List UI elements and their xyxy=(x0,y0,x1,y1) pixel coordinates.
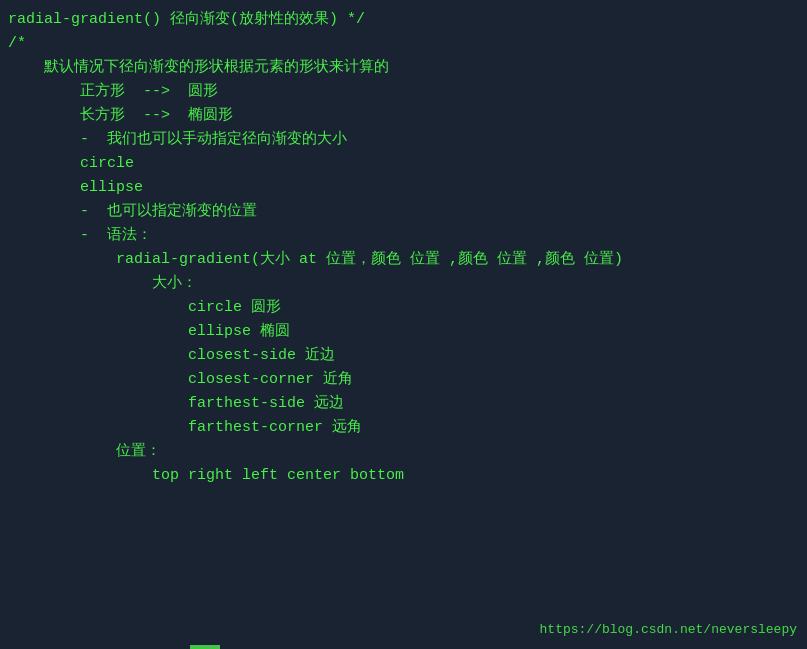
code-line: 长方形 --> 椭圆形 xyxy=(8,104,807,128)
code-line: ellipse xyxy=(8,176,807,200)
code-line: farthest-corner 远角 xyxy=(8,416,807,440)
code-line: - 语法： xyxy=(8,224,807,248)
watermark: https://blog.csdn.net/neversleepy xyxy=(540,622,797,637)
code-line: closest-corner 近角 xyxy=(8,368,807,392)
code-line: 大小： xyxy=(8,272,807,296)
code-line: - 我们也可以手动指定径向渐变的大小 xyxy=(8,128,807,152)
code-line: 默认情况下径向渐变的形状根据元素的形状来计算的 xyxy=(8,56,807,80)
code-line: radial-gradient(大小 at 位置，颜色 位置 ,颜色 位置 ,颜… xyxy=(8,248,807,272)
code-line: /* xyxy=(8,32,807,56)
code-line: farthest-side 远边 xyxy=(8,392,807,416)
scrollbar[interactable] xyxy=(190,645,220,649)
code-line: 位置： xyxy=(8,440,807,464)
code-line: circle 圆形 xyxy=(8,296,807,320)
code-editor: radial-gradient() 径向渐变(放射性的效果) *//*默认情况下… xyxy=(0,0,807,649)
code-line: 正方形 --> 圆形 xyxy=(8,80,807,104)
code-line: radial-gradient() 径向渐变(放射性的效果) */ xyxy=(8,8,807,32)
code-line: closest-side 近边 xyxy=(8,344,807,368)
code-line: ellipse 椭圆 xyxy=(8,320,807,344)
code-line: circle xyxy=(8,152,807,176)
code-line: - 也可以指定渐变的位置 xyxy=(8,200,807,224)
code-line: top right left center bottom xyxy=(8,464,807,488)
